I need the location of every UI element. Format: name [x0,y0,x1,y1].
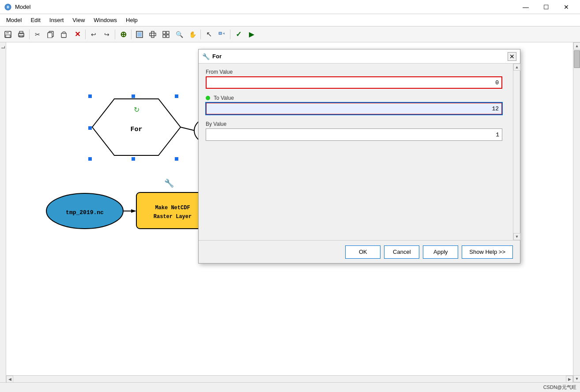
toolbar-separator-6 [230,30,230,39]
zoom-fit-button[interactable] [160,28,172,41]
dialog-footer: OK Cancel Apply Show Help >> [199,240,520,263]
apply-button[interactable]: Apply [423,245,458,259]
toolbar-separator-1 [29,30,30,39]
status-text-right: CSDN@元气旺 [543,384,576,391]
from-value-input-wrapper [206,76,502,89]
toolbar: ✂ ✕ ↩ ↪ ⊕ 🔍 ✋ ↖ ✓ ▶ [0,26,580,42]
tmp-label: tmp_2019.nc [66,209,104,216]
svg-rect-3 [6,35,10,38]
menu-edit[interactable]: Edit [26,15,45,25]
copy-button[interactable] [45,28,57,41]
app-icon [4,3,12,11]
window-title: Model [15,4,516,10]
menu-model[interactable]: Model [2,15,26,25]
status-bar: CSDN@元气旺 [0,382,580,392]
menu-view[interactable]: View [68,15,89,25]
dialog-scroll-track [513,71,520,233]
menu-bar: Model Edit Insert View Windows Help [0,14,580,26]
arrow-head-tmp-make [131,209,136,213]
to-value-group: To Value [206,95,502,115]
for-dialog: 🔧 For ✕ ▲ ▼ From Value [198,49,520,264]
maximize-button[interactable]: ☐ [536,0,556,14]
vertical-scrollbar[interactable]: ▲ ▼ [573,42,580,382]
dialog-title-text: For [212,53,508,60]
by-value-input-wrapper [206,128,502,141]
dialog-title-icon: 🔧 [202,53,210,60]
menu-insert[interactable]: Insert [45,15,68,25]
from-value-input[interactable] [209,79,499,86]
svg-rect-16 [166,31,169,34]
tool-icon: 🔧 [164,178,174,188]
toolbar-separator-3 [115,30,115,39]
svg-rect-15 [163,31,166,34]
select-button[interactable]: ↖ [203,28,215,41]
close-button[interactable]: ✕ [556,0,576,14]
scroll-up-button[interactable]: ▲ [573,42,580,49]
ok-button[interactable]: OK [345,245,380,259]
undo-button[interactable]: ↩ [87,28,100,41]
to-value-input[interactable] [209,106,499,112]
svg-rect-2 [6,31,9,34]
cancel-button[interactable]: Cancel [384,245,419,259]
zoom-magnify-button[interactable]: 🔍 [173,28,185,41]
to-value-label: To Value [206,95,502,101]
scroll-track-v [573,49,580,375]
print-button[interactable] [15,28,27,41]
sel-handle-tl [88,94,92,98]
cut-button[interactable]: ✂ [31,28,44,41]
from-value-group: From Value [206,69,502,89]
redo-button[interactable]: ↪ [101,28,113,41]
dialog-scrollbar-v[interactable]: ▲ ▼ [513,64,520,240]
svg-rect-14 [151,31,154,38]
svg-rect-18 [166,35,169,38]
run-button[interactable]: ▶ [245,28,258,41]
scroll-down-button[interactable]: ▼ [573,375,580,382]
dialog-titlebar: 🔧 For ✕ [199,49,520,64]
make-label-1: Make NetCDF [155,205,190,211]
sel-handle-ml [88,126,92,130]
pan-button[interactable]: ✋ [186,28,199,41]
sel-handle-tm [132,94,135,98]
make-label-2: Raster Layer [154,214,192,220]
minimize-button[interactable]: — [516,0,536,14]
dialog-body: ▲ ▼ From Value To [199,64,520,240]
zoom-in-button[interactable] [147,28,159,41]
sel-handle-tr [175,94,178,98]
horizontal-scrollbar[interactable]: ◀ ▶ [6,375,573,382]
dialog-scroll-down[interactable]: ▼ [513,233,520,240]
show-help-button[interactable]: Show Help >> [462,245,513,259]
by-value-label: By Value [206,121,502,127]
validate-button[interactable]: ✓ [232,28,245,41]
svg-rect-12 [137,32,142,37]
svg-rect-17 [163,35,166,38]
scroll-left-button[interactable]: ◀ [6,376,13,382]
fit-full-button[interactable] [133,28,146,41]
left-panel: L [0,42,6,382]
toolbar-separator-5 [200,30,201,39]
scroll-right-button[interactable]: ▶ [566,376,573,382]
menu-help[interactable]: Help [121,15,142,25]
delete-button[interactable]: ✕ [71,28,83,41]
svg-marker-20 [222,32,225,36]
svg-rect-13 [150,33,156,36]
scroll-thumb-v[interactable] [574,50,580,68]
from-value-label: From Value [206,69,502,75]
sel-handle-bm [132,157,135,161]
window-controls: — ☐ ✕ [516,0,576,14]
main-area: L For ↻ Value 🔧 [0,42,580,382]
title-bar: Model — ☐ ✕ [0,0,580,14]
toolbar-separator-4 [131,30,132,39]
by-value-input[interactable] [209,132,499,138]
add-data-button[interactable]: ⊕ [117,28,129,41]
menu-windows[interactable]: Windows [89,15,121,25]
dialog-close-button[interactable]: ✕ [508,52,516,61]
save-button[interactable] [2,28,14,41]
canvas-area[interactable]: For ↻ Value 🔧 tmp_2019.nc Make NetCDF Ra… [6,42,580,382]
dialog-scroll-up[interactable]: ▲ [513,64,520,71]
paste-button[interactable] [58,28,70,41]
left-panel-label: L [0,46,6,49]
toolbar-separator-2 [85,30,86,39]
arrow-for-value [181,127,195,131]
svg-rect-8 [48,33,52,38]
connect-button[interactable] [216,28,228,41]
